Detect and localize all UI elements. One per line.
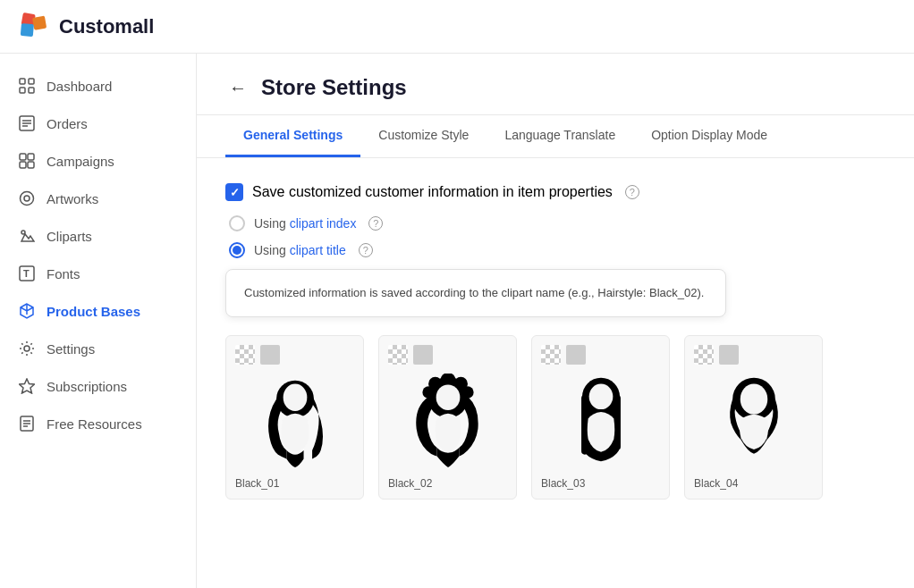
svg-rect-13	[20, 162, 26, 168]
radio-clipart-index-label: Using clipart index	[254, 216, 356, 231]
grey-box-4	[719, 345, 739, 365]
dashboard-icon	[18, 77, 36, 95]
sidebar-label-settings: Settings	[47, 341, 95, 357]
svg-point-38	[588, 383, 613, 409]
subscriptions-icon	[18, 377, 36, 395]
clipart-title-help-icon[interactable]: ?	[359, 243, 373, 257]
sidebar-label-artworks: Artworks	[47, 191, 98, 206]
sidebar-item-campaigns[interactable]: Campaigns	[0, 143, 196, 179]
sidebar-item-settings[interactable]: Settings	[0, 331, 196, 366]
svg-point-20	[24, 346, 30, 351]
orders-icon	[18, 114, 36, 132]
tooltip-text: Customized information is saved accordin…	[244, 286, 704, 299]
clipart-card-3[interactable]: Black_03	[531, 335, 670, 500]
clipart-card-4-header	[694, 345, 813, 365]
artworks-icon	[18, 189, 36, 207]
grey-box-1	[260, 345, 280, 365]
fonts-icon: T	[18, 265, 36, 282]
svg-point-15	[21, 192, 34, 206]
logo-icon	[18, 11, 50, 43]
clipart-title-link: clipart title	[290, 243, 346, 257]
clipart-card-1[interactable]: Black_01	[225, 335, 364, 500]
svg-point-34	[436, 384, 460, 410]
free-resources-icon	[18, 415, 36, 433]
clipart-card-4[interactable]: Black_04	[684, 335, 823, 500]
sidebar-label-product-bases: Product Bases	[47, 304, 140, 319]
app-header: Customall	[0, 0, 914, 54]
svg-point-17	[21, 231, 25, 234]
svg-point-33	[461, 386, 473, 398]
svg-rect-14	[28, 162, 34, 168]
svg-rect-5	[20, 88, 25, 93]
settings-icon	[18, 340, 36, 357]
sidebar-item-cliparts[interactable]: Cliparts	[0, 218, 196, 254]
sidebar-label-campaigns: Campaigns	[47, 154, 114, 169]
save-info-checkbox[interactable]	[225, 183, 243, 201]
sidebar-label-dashboard: Dashboard	[47, 79, 112, 94]
tooltip-popup: Customized information is saved accordin…	[225, 269, 726, 317]
product-bases-icon	[18, 302, 36, 320]
sidebar-label-cliparts: Cliparts	[47, 229, 92, 244]
checker-box-3	[541, 345, 561, 365]
checker-box-4	[694, 345, 714, 365]
settings-content: Save customized customer information in …	[197, 158, 914, 525]
radio-clipart-title[interactable]	[229, 242, 245, 258]
grey-box-2	[413, 345, 433, 365]
svg-marker-21	[20, 379, 35, 393]
svg-point-40	[740, 383, 767, 414]
checker-box-1	[235, 345, 255, 365]
clipart-img-2	[388, 372, 507, 470]
svg-rect-4	[29, 79, 34, 84]
svg-point-27	[283, 383, 307, 411]
clipart-img-1	[235, 372, 354, 470]
tab-language[interactable]: Language Translate	[487, 115, 633, 157]
grey-box-3	[566, 345, 586, 365]
clipart-img-3	[541, 372, 660, 470]
sidebar-item-artworks[interactable]: Artworks	[0, 181, 196, 216]
page-title: Store Settings	[261, 75, 885, 114]
svg-rect-1	[32, 15, 47, 29]
sidebar-item-product-bases[interactable]: Product Bases	[0, 293, 196, 329]
sidebar-item-subscriptions[interactable]: Subscriptions	[0, 368, 196, 404]
svg-point-32	[422, 386, 434, 398]
radio-clipart-title-row: Using clipart title ?	[229, 242, 885, 258]
clipart-card-1-header	[235, 345, 354, 365]
back-button[interactable]: ←	[225, 78, 250, 113]
clipart-index-help-icon[interactable]: ?	[368, 216, 383, 231]
clipart-index-link: clipart index	[290, 216, 357, 231]
clipart-name-1: Black_01	[235, 477, 354, 490]
sidebar-label-free-resources: Free Resources	[47, 416, 142, 432]
svg-rect-12	[28, 154, 34, 160]
checker-box-2	[388, 345, 408, 365]
sidebar-item-fonts[interactable]: T Fonts	[0, 256, 196, 291]
clipart-name-2: Black_02	[388, 477, 507, 490]
tab-option-display[interactable]: Option Display Mode	[633, 115, 785, 157]
sidebar-item-dashboard[interactable]: Dashboard	[0, 68, 196, 104]
main-area: ← Store Settings General Settings Custom…	[197, 54, 914, 588]
sidebar: Dashboard Orders Campaigns Artworks Clip	[0, 54, 197, 588]
clipart-img-4	[694, 372, 813, 470]
page-header: ← Store Settings	[197, 54, 914, 115]
svg-text:T: T	[23, 268, 30, 279]
svg-rect-2	[21, 23, 34, 37]
clipart-card-2[interactable]: Black_02	[378, 335, 517, 500]
svg-rect-11	[20, 154, 26, 160]
clipart-grid: Black_01	[225, 335, 885, 500]
radio-clipart-index-row: Using clipart index ?	[229, 215, 885, 231]
svg-rect-6	[29, 88, 34, 93]
tab-general[interactable]: General Settings	[225, 115, 360, 157]
svg-point-16	[24, 196, 30, 201]
sidebar-label-fonts: Fonts	[47, 266, 80, 281]
tab-customize[interactable]: Customize Style	[360, 115, 487, 157]
tab-bar: General Settings Customize Style Languag…	[197, 115, 914, 158]
svg-rect-3	[20, 79, 25, 84]
sidebar-item-free-resources[interactable]: Free Resources	[0, 406, 196, 441]
radio-clipart-index[interactable]	[229, 215, 245, 231]
save-info-label: Save customized customer information in …	[252, 184, 613, 200]
save-info-row: Save customized customer information in …	[225, 183, 885, 201]
cliparts-icon	[18, 227, 36, 245]
sidebar-label-subscriptions: Subscriptions	[47, 379, 127, 394]
clipart-name-3: Black_03	[541, 477, 660, 490]
sidebar-item-orders[interactable]: Orders	[0, 105, 196, 141]
save-info-help-icon[interactable]: ?	[625, 185, 639, 199]
